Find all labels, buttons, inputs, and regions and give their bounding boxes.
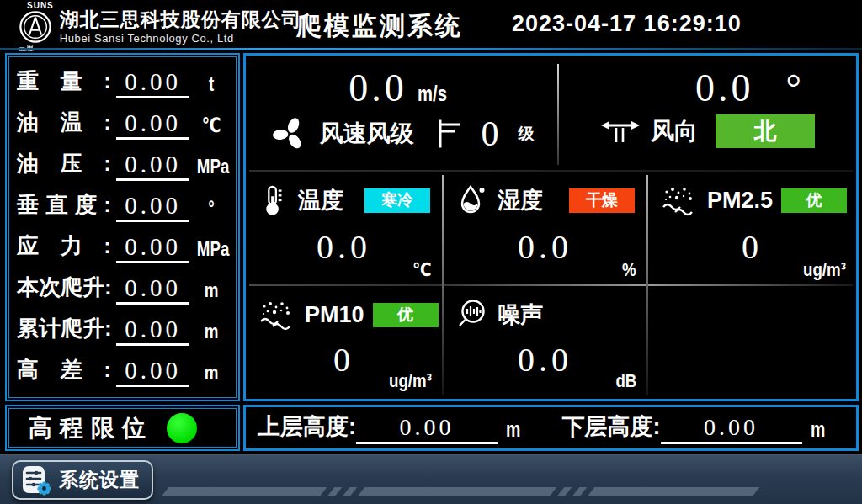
settings-button[interactable]: 系统设置: [12, 460, 153, 500]
metric-unit: m: [197, 361, 226, 387]
wind-scale-label: 风速风级: [320, 118, 414, 150]
wind-speed-section: 0.0 m/s 风速风级 0 级: [246, 56, 558, 172]
metric-value: 0.00: [116, 151, 189, 180]
lower-level-group: 下层高度: 0.00 m: [540, 411, 845, 444]
header: SUNS 三思 湖北三思科技股份有限公司 Hubei Sansi Technol…: [0, 0, 862, 48]
datetime: 2023-04-17 16:29:10: [512, 11, 742, 37]
elevation-limit-label: 高程限位: [29, 412, 153, 444]
metric-label: 本次爬升:: [17, 273, 111, 305]
metric-label: 垂直度:: [17, 190, 111, 222]
pm10-status-badge: 优: [373, 303, 439, 327]
fan-icon: [270, 114, 309, 153]
lower-level-value: 0.00: [661, 414, 802, 444]
metric-value: 0.00: [116, 110, 189, 139]
temperature-cell: 温度 寒冷 0.0 ℃: [246, 172, 442, 284]
particles-icon: [258, 299, 296, 331]
metric-unit: ℃: [197, 114, 226, 140]
wind-scale-unit: 级: [519, 123, 535, 145]
metric-unit: m: [197, 320, 226, 346]
lower-level-unit: m: [811, 416, 825, 444]
elevation-limit-status-indicator: [167, 413, 197, 443]
header-divider: [0, 48, 862, 50]
pm25-unit: ug/m³: [803, 259, 846, 281]
noise-unit: dB: [615, 370, 636, 392]
pm10-cell: PM10 优 0 ug/m³: [246, 286, 442, 395]
metric-value: 0.00: [116, 358, 189, 386]
sansi-logo-icon: [19, 10, 52, 44]
metric-row-current-climb: 本次爬升: 0.00 m: [17, 273, 230, 305]
metric-row-weight: 重量: 0.00 t: [17, 66, 230, 98]
company-name: 湖北三思科技股份有限公司 Hubei Sansi Technology Co.,…: [60, 9, 302, 45]
wind-direction-section: 0.0 ° 风向 北: [560, 56, 856, 172]
metric-row-oil-pressure: 油压: 0.00 MPa: [17, 149, 230, 181]
anemometer-icon: [601, 115, 640, 147]
pm25-cell: PM2.5 优 0 ug/m³: [648, 172, 856, 284]
metric-label: 油压:: [17, 149, 111, 181]
footer-bar: 系统设置: [0, 454, 862, 504]
metric-value: 0.00: [116, 275, 189, 304]
pm25-status-badge: 优: [781, 188, 847, 213]
footer-stripes: [165, 487, 756, 496]
wind-flag-icon: [437, 119, 462, 149]
temperature-unit: ℃: [412, 259, 432, 281]
metric-row-oil-temp: 油温: 0.00 ℃: [17, 108, 230, 140]
temperature-status-badge: 寒冷: [364, 188, 430, 213]
logo-suns-label: SUNS: [27, 2, 54, 10]
wind-speed-value: 0.0: [349, 69, 407, 108]
particles-icon: [660, 184, 699, 216]
settings-button-label: 系统设置: [59, 467, 140, 493]
metric-unit: m: [197, 279, 226, 305]
metric-unit: °: [197, 196, 226, 222]
temperature-label: 温度: [298, 185, 343, 215]
metric-row-height-difference: 高差: 0.00 m: [17, 355, 230, 387]
metrics-panel: 重量: 0.00 t 油温: 0.00 ℃ 油压: 0.00 MPa 垂直度: …: [5, 53, 240, 401]
metric-value: 0.00: [116, 69, 189, 98]
humidity-status-badge: 干燥: [569, 188, 635, 213]
wind-scale-value: 0: [482, 116, 499, 151]
humidity-cell: 湿度 干燥 0.0 %: [444, 172, 646, 284]
humidity-label: 湿度: [498, 185, 543, 215]
upper-level-unit: m: [506, 416, 520, 444]
noise-label: 噪声: [498, 300, 543, 330]
levels-box: 上层高度: 0.00 m 下层高度: 0.00 m: [243, 405, 859, 451]
metric-label: 高差:: [17, 355, 111, 387]
wind-direction-label: 风向: [651, 115, 698, 147]
lower-level-label: 下层高度:: [562, 411, 661, 444]
noise-icon: [455, 298, 489, 332]
pm10-unit: ug/m³: [389, 370, 432, 392]
pm25-label: PM2.5: [707, 188, 773, 214]
settings-icon: [20, 464, 52, 496]
metric-label: 油温:: [17, 108, 111, 140]
wind-direction-badge: 北: [716, 114, 815, 148]
screen: SUNS 三思 湖北三思科技股份有限公司 Hubei Sansi Technol…: [0, 0, 862, 504]
metric-value: 0.00: [116, 316, 189, 345]
metric-label: 应力:: [17, 231, 111, 263]
metric-row-verticality: 垂直度: 0.00 °: [17, 190, 230, 222]
company-logo: SUNS 三思: [17, 2, 54, 52]
noise-cell: 噪声 0.0 dB: [444, 286, 646, 395]
metric-row-stress: 应力: 0.00 MPa: [17, 231, 230, 263]
company-name-cn: 湖北三思科技股份有限公司: [60, 9, 302, 30]
metric-value: 0.00: [116, 234, 189, 263]
metric-unit: t: [197, 72, 226, 98]
page-title: 爬模监测系统: [296, 9, 463, 44]
metric-value: 0.00: [116, 193, 189, 221]
metric-unit: MPa: [197, 155, 226, 181]
company-name-en: Hubei Sansi Technology Co., Ltd: [60, 32, 302, 45]
wind-direction-degree-unit: °: [786, 69, 801, 108]
wind-section-divider: [557, 64, 559, 165]
thermometer-icon: [258, 183, 290, 217]
humidity-unit: %: [622, 259, 636, 281]
upper-level-label: 上层高度:: [258, 411, 356, 444]
metric-unit: MPa: [197, 237, 226, 263]
upper-level-group: 上层高度: 0.00 m: [258, 411, 540, 444]
wind-speed-unit: m/s: [418, 81, 447, 107]
upper-level-value: 0.00: [356, 414, 498, 444]
metric-label: 累计爬升:: [17, 314, 111, 346]
wind-direction-value: 0.0: [695, 69, 754, 108]
environment-panel: 0.0 m/s 风速风级 0 级: [243, 53, 859, 401]
brand-block: SUNS 三思 湖北三思科技股份有限公司 Hubei Sansi Technol…: [17, 2, 302, 52]
pm10-label: PM10: [305, 302, 364, 328]
metric-label: 重量:: [17, 66, 111, 98]
metric-row-total-climb: 累计爬升: 0.00 m: [17, 314, 230, 346]
